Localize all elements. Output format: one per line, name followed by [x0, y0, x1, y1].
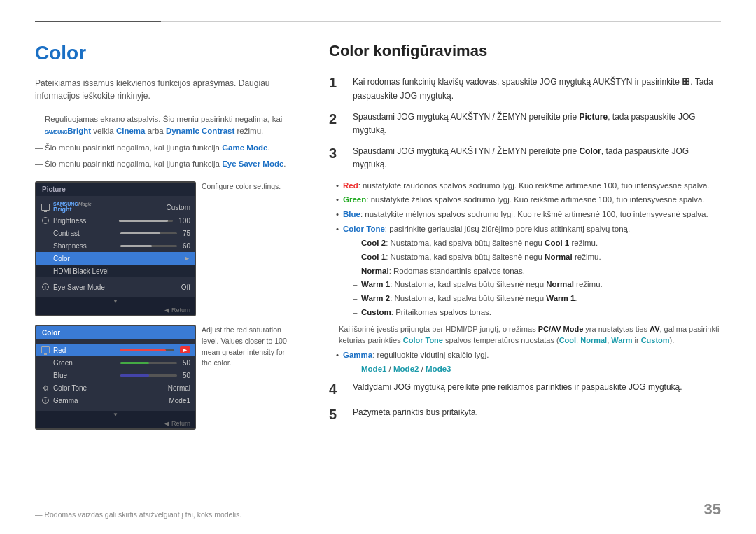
red-label: Red	[53, 346, 114, 354]
step-2-number: 2	[329, 111, 344, 127]
step-4-number: 4	[329, 381, 344, 398]
gear-icon: ⚙	[43, 384, 49, 392]
step-4: 4 Valdydami JOG mygtuką pereikite prie r…	[329, 381, 721, 398]
step-1-text: Kai rodomas funkcinių klavišų vadovas, s…	[353, 74, 721, 102]
eyesaver-value: Off	[181, 283, 190, 291]
monitor-shape	[41, 204, 50, 211]
return-bar-2: ◀ Return	[36, 419, 195, 428]
step-5: 5 Pažymėta parinktis bus pritaikyta.	[329, 406, 721, 423]
brightness-icon	[41, 216, 50, 225]
green-label: Green	[53, 359, 115, 367]
brightness-label: Brightness	[53, 217, 113, 225]
blue-icon	[41, 370, 50, 380]
colortone-subitems: Cool 2: Nustatoma, kad spalva būtų šalte…	[353, 237, 721, 319]
menu-row-color-active: Color ►	[36, 252, 195, 265]
hdmi-label: HDMI Black Level	[53, 267, 190, 275]
brightness-slider	[119, 220, 174, 222]
menu-row-brightness: Brightness 100	[36, 214, 195, 227]
gamma-value: Mode1	[169, 397, 190, 405]
page-number: 35	[704, 500, 721, 519]
contrast-value: 75	[183, 230, 190, 237]
bullet-list: Red: nustatykite raudonos spalvos sodrum…	[336, 180, 721, 319]
settings-icon: ⚙	[41, 383, 50, 393]
menu-row-blue: Blue 50	[36, 369, 195, 381]
colortone-value: Normal	[168, 384, 190, 392]
step-5-number: 5	[329, 406, 344, 423]
sharpness-icon	[41, 241, 50, 251]
screen1-note: Configure color settings.	[202, 181, 281, 192]
sharpness-slider	[120, 245, 176, 247]
scroll-indicator2: ▼	[36, 411, 195, 419]
red-arrow: ►	[180, 346, 190, 353]
monitor-icon	[41, 202, 50, 212]
menu-row-red: Red ►	[36, 344, 195, 356]
return-icon2: ◀	[164, 420, 169, 427]
red-slider-container	[117, 349, 178, 351]
sub-warm1: Warm 1: Nustatoma, kad spalva būtų šilte…	[353, 279, 721, 291]
blue-label: Blue	[53, 372, 115, 379]
color-label: Color	[53, 255, 181, 262]
gamma-subitems: Mode1 / Mode2 / Mode3	[353, 363, 721, 376]
bullet-red: Red: nustatykite raudonos spalvos sodrum…	[336, 180, 721, 192]
footer-note: Rodomas vaizdas gali skirtis atsižvelgia…	[35, 510, 241, 519]
colortone-label: Color Tone	[53, 384, 165, 392]
section-title: Color	[35, 42, 301, 64]
return-label-2: Return	[172, 420, 190, 427]
menu-row-sharpness: Sharpness 60	[36, 239, 195, 252]
colortone-note: Kai išorinė įvestis prijungta per HDMI/D…	[329, 323, 721, 346]
left-column: Color Pateikiamas išsamus kiekvienos fun…	[35, 28, 301, 513]
scroll-down-icon2: ▼	[113, 412, 118, 418]
gamma-label: Gamma	[53, 397, 166, 405]
blue-value: 50	[183, 372, 190, 379]
note-3: Šio meniu pasirinkti negalima, kai įjung…	[35, 158, 301, 170]
return-icon: ◀	[164, 307, 169, 314]
menu-row-gamma: i Gamma Mode1	[36, 394, 195, 407]
bright-label: Bright	[53, 206, 164, 213]
bullet-colortone: Color Tone: pasirinkite geriausiai jūsų …	[336, 223, 721, 319]
hdmi-icon	[41, 266, 50, 276]
screen2-note: Adjust the red saturation level. Values …	[202, 325, 293, 369]
menu-row-contrast: Contrast 75	[36, 227, 195, 239]
magicbright-value: Custom	[167, 204, 190, 211]
bullet-gamma: Gamma: reguliuokite vidutinį skaičio lyg…	[336, 349, 721, 376]
blue-slider-container	[118, 374, 179, 377]
green-value: 50	[183, 359, 190, 367]
sub-cool1: Cool 1: Nustatoma, kad spalva būtų šalte…	[353, 251, 721, 264]
monitor-screens: Picture SAMSUNGMagic Bright Custom	[35, 181, 301, 430]
screen1-wrapper: Picture SAMSUNGMagic Bright Custom	[35, 181, 301, 316]
menu-row-eyesaver: i Eye Saver Mode Off	[36, 281, 195, 293]
red-slider	[120, 349, 175, 351]
right-title: Color konfigūravimas	[329, 42, 721, 60]
step-4-text: Valdydami JOG mygtuką pereikite prie rei…	[353, 381, 721, 394]
sharpness-label: Sharpness	[53, 242, 115, 250]
sub-warm2: Warm 2: Nustatoma, kad spalva būtų šilte…	[353, 293, 721, 305]
screen2-wrapper: Color Red	[35, 325, 301, 430]
green-icon	[41, 358, 50, 367]
screen1-frame: Picture SAMSUNGMagic Bright Custom	[35, 181, 196, 316]
step-1-number: 1	[329, 74, 344, 91]
sub-cool2: Cool 2: Nustatoma, kad spalva būtų šalte…	[353, 237, 721, 250]
red-icon	[41, 345, 50, 355]
sub-normal: Normal: Rodomas standartinis spalvos ton…	[353, 265, 721, 278]
info-shape: i	[42, 283, 49, 290]
top-decorative-line	[35, 21, 721, 22]
step-2: 2 Spausdami JOG mygtuką AUKŠTYN / ŽEMYN …	[329, 111, 721, 136]
step-5-text: Pažymėta parinktis bus pritaikyta.	[353, 406, 721, 419]
brightness-shape	[42, 217, 49, 224]
scroll-indicator: ▼	[36, 297, 195, 305]
menu-row-magicbright: SAMSUNGMagic Bright Custom	[36, 200, 195, 214]
contrast-icon	[41, 228, 50, 238]
right-column: Color konfigūravimas 1 Kai rodomas funkc…	[329, 28, 721, 513]
bullet-green: Green: nustatykite žalios spalvos sodrum…	[336, 194, 721, 206]
note-2: Šio meniu pasirinkti negalima, kai įjung…	[35, 142, 301, 154]
return-bar-1: ◀ Return	[36, 305, 195, 315]
menu-divider	[36, 279, 195, 279]
gamma-icon: i	[41, 395, 50, 405]
contrast-label: Contrast	[53, 230, 115, 237]
step-1: 1 Kai rodomas funkcinių klavišų vadovas,…	[329, 74, 721, 102]
gamma-bullet-list: Gamma: reguliuokite vidutinį skaičio lyg…	[336, 349, 721, 376]
scroll-down-icon: ▼	[113, 298, 118, 304]
color-arrow: ►	[184, 255, 190, 262]
bullet-blue: Blue: nustatykite mėlynos spalvos sodrum…	[336, 209, 721, 221]
step-3-number: 3	[329, 145, 344, 162]
